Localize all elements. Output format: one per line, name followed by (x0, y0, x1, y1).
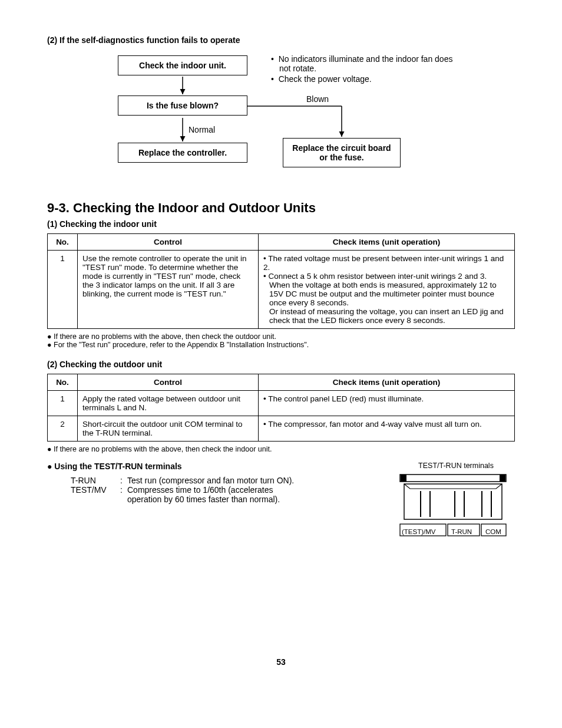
terminal-label-trun: T-RUN (451, 528, 472, 535)
flow-side-bullet-1: • No indicators illuminate and the indoo… (271, 54, 459, 73)
lower-block: Using the TEST/T-RUN terminals T-RUN : T… (47, 462, 515, 504)
check-bullet: • Connect a 5 k ohm resistor between int… (263, 272, 510, 307)
note-line: If there are no problems with the above,… (47, 332, 515, 341)
check-bullet: • The rated voltage must be present betw… (263, 254, 510, 272)
terminal-label-testmv: (TEST)/MV (402, 528, 436, 535)
th-check-items: Check items (unit operation) (259, 374, 515, 391)
cell-control: Use the remote controller to operate the… (78, 251, 259, 329)
subsection-heading-2: (2) If the self-diagnostics function fai… (47, 35, 515, 45)
flow-box-replace-board: Replace the circuit board or the fuse. (283, 138, 401, 167)
th-no: No. (48, 234, 78, 251)
th-no: No. (48, 374, 78, 391)
cell-check: • The compressor, fan motor and 4-way va… (259, 416, 515, 442)
table-row: 1 Apply the rated voltage between outdoo… (48, 391, 515, 416)
cell-check: • The rated voltage must be present betw… (259, 251, 515, 329)
notes-outdoor: If there are no problems with the above,… (47, 445, 515, 453)
terminals-diagram: TEST/T-RUN terminals (TEST)/MV T-RUN COM (397, 462, 515, 543)
cell-control: Short-circuit the outdoor unit COM termi… (78, 416, 259, 442)
terminals-caption: TEST/T-RUN terminals (397, 462, 515, 470)
table-row: 2 Short-circuit the outdoor unit COM ter… (48, 416, 515, 442)
flow-box-fuse: Is the fuse blown? (118, 95, 247, 116)
term-label-blank (71, 495, 120, 504)
th-control: Control (78, 234, 259, 251)
note-line: If there are no problems with the above,… (47, 445, 515, 453)
flow-box-replace-controller: Replace the controller. (118, 143, 247, 163)
subsection-heading-outdoor: (2) Checking the outdoor unit (47, 360, 515, 369)
cell-control: Apply the rated voltage between outdoor … (78, 391, 259, 416)
flow-side-bullets: • No indicators illuminate and the indoo… (271, 54, 459, 85)
flow-box-check-indoor: Check the indoor unit. (118, 55, 247, 75)
flow-side-text-2: Check the power voltage. (279, 74, 372, 84)
page-number: 53 (47, 657, 515, 667)
section-heading-9-3: 9-3. Checking the Indoor and Outdoor Uni… (47, 200, 515, 216)
note-line: For the "Test run" procedure, refer to t… (47, 341, 515, 349)
cell-no: 2 (48, 416, 78, 442)
table-row: 1 Use the remote controller to operate t… (48, 251, 515, 329)
term-colon-blank (120, 495, 127, 504)
check-text: Or instead of measuring the voltage, you… (263, 307, 510, 325)
term-label-trun: T-RUN (71, 476, 120, 485)
notes-indoor: If there are no problems with the above,… (47, 332, 515, 349)
flowchart: Check the indoor unit. Is the fuse blown… (47, 50, 515, 179)
flow-label-blown: Blown (306, 94, 329, 104)
cell-no: 1 (48, 391, 78, 416)
svg-marker-7 (404, 484, 502, 519)
table-outdoor-check: No. Control Check items (unit operation)… (47, 374, 515, 442)
cell-no: 1 (48, 251, 78, 329)
subsection-heading-indoor: (1) Checking the indoor unit (47, 219, 515, 229)
flow-side-bullet-2: • Check the power voltage. (271, 74, 459, 84)
svg-rect-5 (401, 475, 406, 482)
svg-rect-4 (400, 475, 506, 482)
term-colon: : (120, 476, 127, 485)
svg-rect-6 (500, 475, 505, 482)
cell-check: • The control panel LED (red) must illum… (259, 391, 515, 416)
th-check-items: Check items (unit operation) (259, 234, 515, 251)
term-label-testmv: TEST/MV (71, 485, 120, 495)
terminal-label-com: COM (485, 528, 501, 535)
flow-side-text-1: No indicators illuminate and the indoor … (279, 54, 453, 73)
th-control: Control (78, 374, 259, 391)
table-indoor-check: No. Control Check items (unit operation)… (47, 233, 515, 329)
term-colon: : (120, 485, 127, 495)
flow-label-normal: Normal (189, 125, 215, 134)
